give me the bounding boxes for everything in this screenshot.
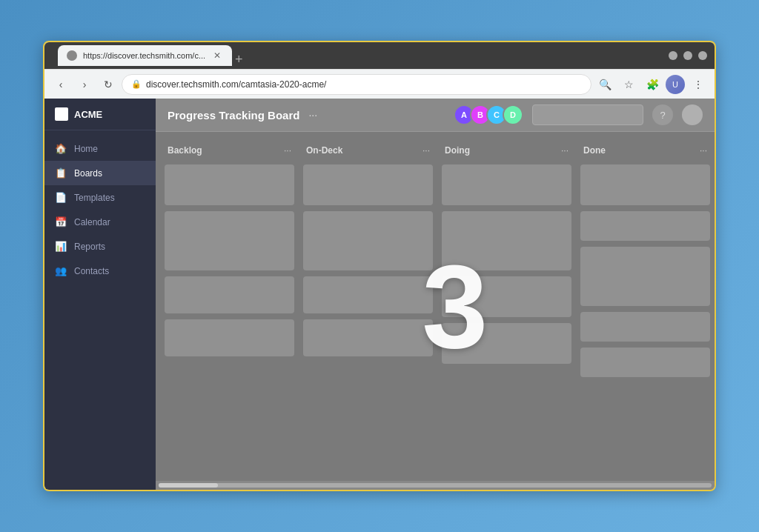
sidebar-item-label: Reports <box>74 242 105 252</box>
header-search-input[interactable] <box>532 104 643 125</box>
sidebar-item-label: Calendar <box>74 217 110 227</box>
sidebar-item-label: Home <box>74 144 98 154</box>
user-menu-button[interactable] <box>682 104 703 125</box>
new-tab-button[interactable]: + <box>235 53 243 66</box>
column-title-doing: Doing <box>445 145 470 156</box>
card-skeleton[interactable] <box>165 319 294 356</box>
sidebar-brand: ACME <box>74 109 102 120</box>
card-skeleton[interactable] <box>165 276 294 313</box>
browser-titlebar: https://discover.techsmith.com/c... ✕ + <box>44 42 715 69</box>
sidebar-header: ACME <box>44 99 156 130</box>
sidebar-item-label: Templates <box>74 193 115 203</box>
app-content: ACME 🏠 Home 📋 Boards 📄 Templates <box>44 99 715 490</box>
maximize-button[interactable] <box>683 51 692 60</box>
search-icon[interactable]: 🔍 <box>594 74 615 95</box>
forward-button[interactable]: › <box>74 74 95 95</box>
sidebar-item-templates[interactable]: 📄 Templates <box>44 185 156 210</box>
card-skeleton[interactable] <box>303 164 433 205</box>
card-skeleton[interactable] <box>303 211 433 270</box>
sidebar-item-label: Contacts <box>74 266 109 276</box>
tab-close-button[interactable]: ✕ <box>211 50 223 61</box>
sidebar-item-boards[interactable]: 📋 Boards <box>44 161 156 185</box>
close-button[interactable] <box>698 51 707 60</box>
toolbar-actions: 🔍 ☆ 🧩 U ⋮ <box>594 74 709 95</box>
column-header-doing: Doing ··· <box>442 141 571 160</box>
card-skeleton[interactable] <box>165 164 294 205</box>
card-skeleton[interactable] <box>580 348 710 377</box>
column-more-on-deck[interactable]: ··· <box>422 145 430 156</box>
column-more-backlog[interactable]: ··· <box>284 145 291 156</box>
horizontal-scrollbar[interactable] <box>156 481 715 490</box>
sidebar-item-calendar[interactable]: 📅 Calendar <box>44 210 156 234</box>
board-column-done: Done ··· <box>580 141 710 472</box>
card-skeleton[interactable] <box>165 211 294 270</box>
column-title-on-deck: On-Deck <box>306 145 342 156</box>
card-skeleton[interactable] <box>303 319 433 356</box>
home-icon: 🏠 <box>55 143 67 154</box>
board-column-on-deck: On-Deck ··· <box>303 141 433 472</box>
main-header: Progress Tracking Board ··· A B C D ? <box>156 99 715 132</box>
scrollbar-thumb[interactable] <box>159 483 218 488</box>
sidebar-item-label: Boards <box>74 168 102 179</box>
card-skeleton[interactable] <box>303 276 433 313</box>
tab-area: https://discover.techsmith.com/c... ✕ + <box>52 45 663 66</box>
card-skeleton[interactable] <box>442 211 571 270</box>
card-skeleton[interactable] <box>442 276 571 317</box>
address-bar[interactable]: 🔒 discover.techsmith.com/camtasia-2020-a… <box>122 74 591 95</box>
sidebar: ACME 🏠 Home 📋 Boards 📄 Templates <box>44 99 156 490</box>
back-button[interactable]: ‹ <box>50 74 71 95</box>
contacts-icon: 👥 <box>55 265 67 276</box>
profile-avatar[interactable]: U <box>666 75 685 94</box>
url-text: discover.techsmith.com/camtasia-2020-acm… <box>146 79 326 90</box>
board-title: Progress Tracking Board <box>168 109 299 122</box>
desktop-background: https://discover.techsmith.com/c... ✕ + … <box>0 0 759 532</box>
avatar-group: A B C D <box>454 104 523 125</box>
card-skeleton[interactable] <box>580 247 710 306</box>
ssl-lock-icon: 🔒 <box>131 79 142 89</box>
scrollbar-track <box>159 483 712 488</box>
boards-icon: 📋 <box>55 167 67 179</box>
board-area: 3 Backlog ··· <box>156 132 715 481</box>
browser-window: https://discover.techsmith.com/c... ✕ + … <box>43 41 716 491</box>
tab-favicon-icon <box>67 50 77 61</box>
board-column-backlog: Backlog ··· <box>165 141 294 472</box>
refresh-button[interactable]: ↻ <box>98 74 119 95</box>
help-button[interactable]: ? <box>652 104 673 125</box>
calendar-icon: 📅 <box>55 216 67 227</box>
card-skeleton[interactable] <box>580 164 710 205</box>
column-more-doing[interactable]: ··· <box>561 145 569 156</box>
reports-icon: 📊 <box>55 241 67 252</box>
avatar-4: D <box>503 104 523 125</box>
card-skeleton[interactable] <box>580 211 710 241</box>
bookmark-icon[interactable]: ☆ <box>618 74 639 95</box>
sidebar-nav: 🏠 Home 📋 Boards 📄 Templates 📅 Calendar <box>44 130 156 490</box>
extensions-icon[interactable]: 🧩 <box>642 74 663 95</box>
templates-icon: 📄 <box>55 192 67 203</box>
tab-title: https://discover.techsmith.com/c... <box>83 51 205 60</box>
browser-tab[interactable]: https://discover.techsmith.com/c... ✕ <box>58 45 232 66</box>
card-skeleton[interactable] <box>580 312 710 342</box>
card-skeleton[interactable] <box>442 323 571 364</box>
column-header-backlog: Backlog ··· <box>165 141 294 160</box>
column-header-on-deck: On-Deck ··· <box>303 141 433 160</box>
column-more-done[interactable]: ··· <box>700 145 707 156</box>
column-title-backlog: Backlog <box>168 145 202 156</box>
sidebar-item-reports[interactable]: 📊 Reports <box>44 234 156 259</box>
sidebar-item-home[interactable]: 🏠 Home <box>44 136 156 161</box>
main-area: Progress Tracking Board ··· A B C D ? <box>156 99 715 490</box>
column-header-done: Done ··· <box>580 141 710 160</box>
browser-chrome: https://discover.techsmith.com/c... ✕ + … <box>44 42 715 99</box>
minimize-button[interactable] <box>669 51 677 60</box>
board-column-doing: Doing ··· <box>442 141 571 472</box>
menu-icon[interactable]: ⋮ <box>688 74 709 95</box>
sidebar-item-contacts[interactable]: 👥 Contacts <box>44 259 156 283</box>
board-more-button[interactable]: ··· <box>308 109 317 121</box>
card-skeleton[interactable] <box>442 164 571 205</box>
window-controls <box>669 51 707 60</box>
sidebar-logo <box>55 107 68 121</box>
column-title-done: Done <box>583 145 606 156</box>
browser-toolbar: ‹ › ↻ 🔒 discover.techsmith.com/camtasia-… <box>44 69 715 99</box>
